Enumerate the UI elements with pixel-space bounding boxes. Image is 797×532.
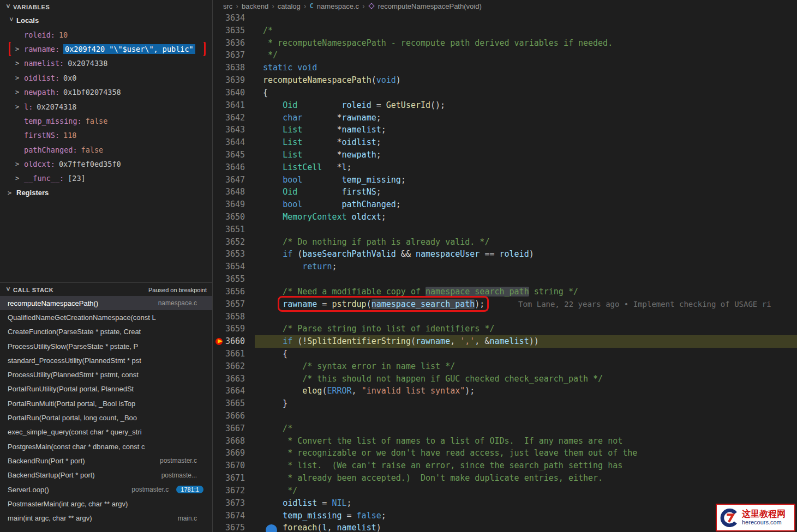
variable-row[interactable]: >namelist:0x2074338 bbox=[0, 56, 212, 70]
line-number-gutter[interactable]: 3657 bbox=[213, 298, 245, 311]
code-line[interactable]: 3661 { bbox=[213, 348, 797, 360]
code-content[interactable]: Oid roleid = GetUserId(); bbox=[263, 99, 797, 112]
variable-row[interactable]: >__func__:[23] bbox=[0, 171, 212, 185]
variables-section-header[interactable]: > VARIABLES bbox=[0, 0, 212, 14]
line-number-gutter[interactable]: 3665 bbox=[213, 397, 245, 410]
variables-scope-row[interactable]: >Registers bbox=[0, 186, 212, 200]
callstack-frame[interactable]: recomputeNamespacePath()namespace.c bbox=[0, 296, 212, 310]
code-line[interactable]: 3655 bbox=[213, 273, 797, 286]
line-number-gutter[interactable]: 3672 bbox=[213, 485, 245, 497]
callstack-frame[interactable]: BackendRun(Port * port)postmaster.c bbox=[0, 454, 212, 468]
line-number-gutter[interactable]: 3642 bbox=[213, 112, 245, 124]
code-content[interactable]: /* Parse string into list of identifiers… bbox=[263, 323, 797, 335]
code-content[interactable]: if (!SplitIdentifierString(rawname, ',',… bbox=[263, 335, 797, 348]
code-line[interactable]: 3659 /* Parse string into list of identi… bbox=[213, 323, 797, 335]
code-line[interactable]: 3665 } bbox=[213, 397, 797, 410]
variable-row[interactable]: >l:0x2074318 bbox=[0, 99, 212, 113]
code-line[interactable]: 3664 elog(ERROR, "invalid list syntax"); bbox=[213, 385, 797, 397]
chevron-down-icon[interactable]: > bbox=[4, 4, 12, 11]
callstack-section-header[interactable]: > CALL STACK Paused on breakpoint bbox=[0, 283, 212, 297]
callstack-frame[interactable]: QualifiedNameGetCreationNamespace(const … bbox=[0, 310, 212, 324]
variable-row[interactable]: >oidlist:0x0 bbox=[0, 71, 212, 85]
code-content[interactable]: /* Need a modifiable copy of namespace_s… bbox=[263, 286, 797, 298]
code-line[interactable]: 3667 /* bbox=[213, 422, 797, 435]
code-content[interactable]: * recomputeNamespacePath - recompute pat… bbox=[263, 37, 797, 50]
code-line[interactable]: 3675 foreach(l, namelist) bbox=[213, 522, 797, 532]
breadcrumb-item[interactable]: namespace.c bbox=[317, 2, 359, 10]
code-content[interactable]: bool temp_missing; bbox=[263, 174, 797, 186]
chevron-right-icon[interactable]: > bbox=[15, 88, 22, 96]
code-line[interactable]: 3669 * recognizable or we don't have rea… bbox=[213, 447, 797, 460]
chevron-down-icon[interactable]: > bbox=[8, 17, 15, 24]
line-number-gutter[interactable]: 3654 bbox=[213, 261, 245, 273]
code-line[interactable]: 3634 bbox=[213, 12, 797, 25]
code-line[interactable]: 3647 bool temp_missing; bbox=[213, 174, 797, 186]
code-line[interactable]: 3657 rawname = pstrdup(namespace_search_… bbox=[213, 298, 797, 311]
line-number-gutter[interactable]: 3662 bbox=[213, 360, 245, 373]
chevron-right-icon[interactable]: > bbox=[15, 74, 22, 82]
line-number-gutter[interactable]: 3655 bbox=[213, 273, 245, 286]
line-number-gutter[interactable]: 3645 bbox=[213, 149, 245, 161]
code-content[interactable]: static void bbox=[263, 62, 797, 74]
line-number-gutter[interactable]: 3650 bbox=[213, 211, 245, 223]
code-content[interactable]: ListCell *l; bbox=[263, 161, 797, 174]
code-content[interactable]: { bbox=[263, 87, 797, 99]
variable-row[interactable]: >pathChanged:false bbox=[0, 143, 212, 157]
code-content[interactable]: * list. (We can't raise an error, since … bbox=[263, 460, 797, 472]
breakpoint-current-line-icon[interactable] bbox=[215, 338, 223, 345]
line-number-gutter[interactable]: 3661 bbox=[213, 348, 245, 360]
breadcrumb-item[interactable]: src bbox=[223, 2, 232, 10]
code-line[interactable]: 3646 ListCell *l; bbox=[213, 161, 797, 174]
code-content[interactable]: Oid firstNS; bbox=[263, 186, 797, 198]
code-line[interactable]: 3672 */ bbox=[213, 485, 797, 497]
code-line[interactable]: 3671 * already been accepted.) Don't mak… bbox=[213, 472, 797, 485]
chevron-right-icon[interactable]: > bbox=[8, 189, 14, 197]
line-number-gutter[interactable]: 3637 bbox=[213, 49, 245, 62]
line-number-gutter[interactable]: 3671 bbox=[213, 472, 245, 485]
breadcrumb-item[interactable]: catalog bbox=[278, 2, 301, 10]
variable-row[interactable]: >oldcxt:0x7ffef0ed35f0 bbox=[0, 157, 212, 171]
line-number-gutter[interactable]: 3669 bbox=[213, 447, 245, 460]
code-content[interactable]: */ bbox=[263, 49, 797, 62]
code-line[interactable]: 3649 bool pathChanged; bbox=[213, 198, 797, 211]
code-content[interactable]: MemoryContext oldcxt; bbox=[263, 211, 797, 223]
code-line[interactable]: 3653 if (baseSearchPathValid && namespac… bbox=[213, 248, 797, 261]
line-number-gutter[interactable]: 3653 bbox=[213, 248, 245, 261]
callstack-frame[interactable]: main(int argc, char ** argv)main.c bbox=[0, 511, 212, 525]
code-content[interactable]: /* bbox=[263, 422, 797, 435]
code-line[interactable]: 3641 Oid roleid = GetUserId(); bbox=[213, 99, 797, 112]
line-number-gutter[interactable]: 3659 bbox=[213, 323, 245, 335]
line-number-gutter[interactable]: 3641 bbox=[213, 99, 245, 112]
callstack-frame[interactable]: PostgresMain(const char * dbname, const … bbox=[0, 439, 212, 454]
code-line[interactable]: 3663 /* this should not happen if GUC ch… bbox=[213, 373, 797, 385]
line-number-gutter[interactable]: 3668 bbox=[213, 435, 245, 448]
callstack-frame[interactable]: PortalRunMulti(Portal portal, _Bool isTo… bbox=[0, 396, 212, 410]
breadcrumb-item[interactable]: backend bbox=[242, 2, 268, 10]
line-number-gutter[interactable]: 3658 bbox=[213, 311, 245, 323]
variable-row[interactable]: >rawname:0x209f420 "\"$user\", public" bbox=[0, 42, 212, 56]
callstack-frame[interactable]: standard_ProcessUtility(PlannedStmt * ps… bbox=[0, 353, 212, 367]
line-number-gutter[interactable]: 3636 bbox=[213, 37, 245, 50]
chevron-right-icon[interactable]: > bbox=[15, 174, 22, 182]
code-content[interactable]: List *newpath; bbox=[263, 149, 797, 161]
line-number-gutter[interactable]: 3667 bbox=[213, 422, 245, 435]
chevron-down-icon[interactable]: > bbox=[4, 287, 12, 294]
callstack-frame[interactable]: exec_simple_query(const char * query_str… bbox=[0, 425, 212, 439]
line-number-gutter[interactable]: 3643 bbox=[213, 124, 245, 136]
code-line[interactable]: 3651 bbox=[213, 223, 797, 236]
chevron-right-icon[interactable]: > bbox=[15, 59, 22, 67]
line-number-gutter[interactable]: 3635 bbox=[213, 25, 245, 37]
code-line[interactable]: 3666 bbox=[213, 410, 797, 422]
line-number-gutter[interactable]: 3674 bbox=[213, 510, 245, 522]
line-number-gutter[interactable]: 3639 bbox=[213, 74, 245, 87]
code-line[interactable]: 3660 if (!SplitIdentifierString(rawname,… bbox=[213, 335, 797, 348]
line-number-gutter[interactable]: 3640 bbox=[213, 87, 245, 99]
code-line[interactable]: 3637 */ bbox=[213, 49, 797, 62]
callstack-frame[interactable]: PortalRunUtility(Portal portal, PlannedS… bbox=[0, 382, 212, 396]
code-line[interactable]: 3636 * recomputeNamespacePath - recomput… bbox=[213, 37, 797, 50]
line-number-gutter[interactable]: 3648 bbox=[213, 186, 245, 198]
code-line[interactable]: 3639recomputeNamespacePath(void) bbox=[213, 74, 797, 87]
code-content[interactable]: char *rawname; bbox=[263, 112, 797, 124]
line-number-gutter[interactable]: 3638 bbox=[213, 62, 245, 74]
callstack-frame[interactable]: PortalRun(Portal portal, long count, _Bo… bbox=[0, 410, 212, 425]
